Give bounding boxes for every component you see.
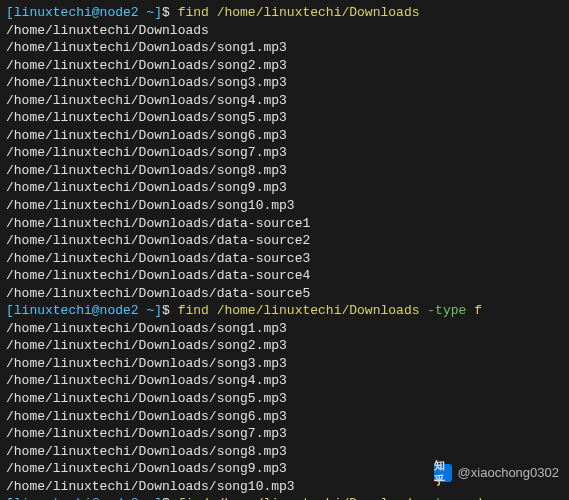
- output-line: /home/linuxtechi/Downloads/data-source3: [6, 250, 563, 268]
- command: find /home/linuxtechi/Downloads: [178, 496, 420, 500]
- output-line: /home/linuxtechi/Downloads/song1.mp3: [6, 39, 563, 57]
- output-line: /home/linuxtechi/Downloads/data-source1: [6, 215, 563, 233]
- command: find /home/linuxtechi/Downloads: [178, 5, 420, 20]
- watermark-handle: @xiaochong0302: [458, 464, 559, 482]
- output-line: /home/linuxtechi/Downloads/song1.mp3: [6, 320, 563, 338]
- output-line: /home/linuxtechi/Downloads/song8.mp3: [6, 443, 563, 461]
- output-line: /home/linuxtechi/Downloads/song9.mp3: [6, 179, 563, 197]
- output-line: /home/linuxtechi/Downloads/song5.mp3: [6, 390, 563, 408]
- prompt: [linuxtechi@node2 ~]: [6, 5, 162, 20]
- output-line: /home/linuxtechi/Downloads/song3.mp3: [6, 355, 563, 373]
- output-line: /home/linuxtechi/Downloads/song5.mp3: [6, 109, 563, 127]
- prompt: [linuxtechi@node2 ~]: [6, 303, 162, 318]
- output-line: /home/linuxtechi/Downloads/song4.mp3: [6, 92, 563, 110]
- output-line: /home/linuxtechi/Downloads: [6, 22, 563, 40]
- output-line: /home/linuxtechi/Downloads/data-source2: [6, 232, 563, 250]
- command-line: [linuxtechi@node2 ~]$ find /home/linuxte…: [6, 4, 563, 22]
- output-line: /home/linuxtechi/Downloads/song6.mp3: [6, 408, 563, 426]
- output-line: /home/linuxtechi/Downloads/song4.mp3: [6, 372, 563, 390]
- output-line: /home/linuxtechi/Downloads/song7.mp3: [6, 425, 563, 443]
- output-line: /home/linuxtechi/Downloads/song7.mp3: [6, 144, 563, 162]
- command: find /home/linuxtechi/Downloads: [178, 303, 420, 318]
- command-line: [linuxtechi@node2 ~]$ find /home/linuxte…: [6, 302, 563, 320]
- output-line: /home/linuxtechi/Downloads/data-source4: [6, 267, 563, 285]
- output-line: /home/linuxtechi/Downloads/song6.mp3: [6, 127, 563, 145]
- flag: -type: [427, 496, 466, 500]
- output-line: /home/linuxtechi/Downloads/song10.mp3: [6, 197, 563, 215]
- output-line: /home/linuxtechi/Downloads/song3.mp3: [6, 74, 563, 92]
- output-line: /home/linuxtechi/Downloads/song2.mp3: [6, 337, 563, 355]
- terminal-output[interactable]: [linuxtechi@node2 ~]$ find /home/linuxte…: [6, 4, 563, 500]
- zhihu-icon: 知乎: [434, 464, 452, 482]
- command-line: [linuxtechi@node2 ~]$ find /home/linuxte…: [6, 495, 563, 500]
- output-line: /home/linuxtechi/Downloads/song2.mp3: [6, 57, 563, 75]
- output-line: /home/linuxtechi/Downloads/song8.mp3: [6, 162, 563, 180]
- flag: -type: [427, 303, 466, 318]
- output-line: /home/linuxtechi/Downloads/data-source5: [6, 285, 563, 303]
- prompt: [linuxtechi@node2 ~]: [6, 496, 162, 500]
- watermark: 知乎 @xiaochong0302: [434, 464, 559, 482]
